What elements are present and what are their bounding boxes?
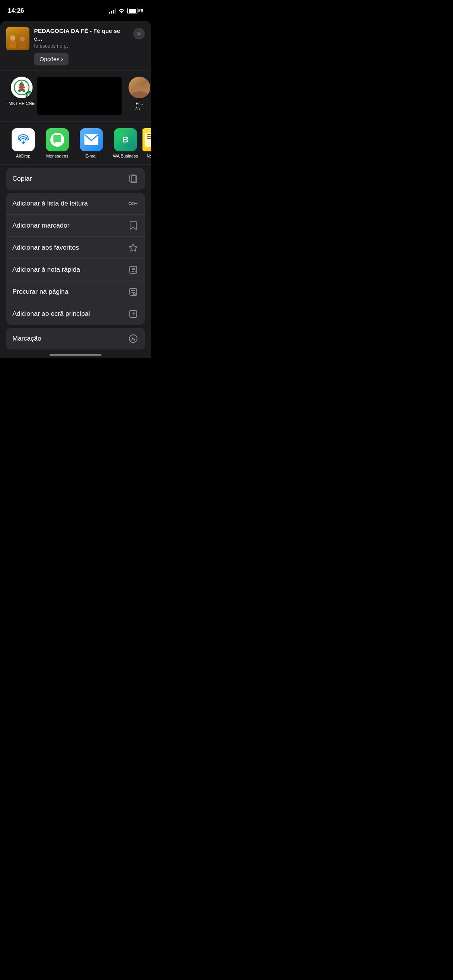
- quick-note-label: Adicionar à nota rápida: [12, 266, 80, 274]
- options-button[interactable]: Opções ›: [34, 53, 69, 65]
- add-bookmark-label: Adicionar marcador: [12, 222, 69, 230]
- reading-list-label: Adicionar à lista de leitura: [12, 200, 88, 207]
- bookmark-icon: [128, 220, 139, 231]
- battery-icon: 76: [127, 8, 143, 14]
- airdrop-app-icon: [12, 128, 35, 151]
- find-icon: [128, 286, 139, 297]
- app-label: AirDrop: [16, 154, 30, 158]
- add-home-screen-label: Adicionar ao ecrã principal: [12, 310, 90, 318]
- quick-note-action[interactable]: Adicionar à nota rápida: [6, 259, 145, 281]
- notes-app-icon: [142, 128, 151, 151]
- markup-label: Marcação: [12, 335, 41, 343]
- share-header: PEDAGOGIA DA FÉ - Fé que se e... fe.escu…: [0, 21, 151, 70]
- list-item[interactable]: Notas: [142, 128, 151, 158]
- copy-action[interactable]: Copiar: [6, 168, 145, 190]
- avatar: B: [11, 77, 33, 98]
- app-label: WA Business: [113, 154, 138, 158]
- status-icons: 76: [109, 8, 143, 14]
- status-time: 14:26: [8, 7, 24, 15]
- app-label: E-mail: [85, 154, 97, 158]
- close-icon: ✕: [137, 31, 141, 37]
- action-group-copy: Copiar: [6, 168, 145, 190]
- share-url: fe.escutismo.pt: [34, 43, 129, 49]
- close-button[interactable]: ✕: [133, 28, 145, 39]
- add-home-icon: [128, 308, 139, 319]
- markup-action[interactable]: Marcação: [6, 328, 145, 350]
- add-bookmark-action[interactable]: Adicionar marcador: [6, 215, 145, 237]
- battery-level: 76: [138, 8, 143, 14]
- action-group-main: Adicionar à lista de leitura Adicionar m…: [6, 193, 145, 325]
- wa-business-badge: B: [26, 91, 33, 98]
- star-icon: [128, 242, 139, 253]
- home-indicator: [0, 351, 151, 358]
- list-item[interactable]: Fr...Jo...: [128, 77, 151, 112]
- messages-app-icon: [46, 128, 69, 151]
- contact-name: MKT RP CNE: [9, 101, 34, 106]
- copy-icon: [128, 173, 139, 184]
- add-favorites-label: Adicionar aos favoritos: [12, 244, 79, 252]
- share-title: PEDAGOGIA DA FÉ - Fé que se e...: [34, 27, 129, 42]
- wa-business-app-icon: B: [114, 128, 137, 151]
- find-on-page-action[interactable]: Procurar na página: [6, 281, 145, 303]
- svg-point-8: [129, 202, 132, 205]
- list-item[interactable]: B WA Business: [108, 128, 142, 158]
- share-title-block: PEDAGOGIA DA FÉ - Fé que se e... fe.escu…: [34, 27, 129, 65]
- list-item[interactable]: E-mail: [74, 128, 108, 158]
- add-favorites-action[interactable]: Adicionar aos favoritos: [6, 237, 145, 259]
- reading-list-icon: [128, 198, 139, 209]
- add-home-screen-action[interactable]: Adicionar ao ecrã principal: [6, 303, 145, 325]
- avatar: [129, 77, 150, 98]
- apps-row: AirDrop Mensagens E-mail: [0, 122, 151, 165]
- reading-list-action[interactable]: Adicionar à lista de leitura: [6, 193, 145, 215]
- video-preview: [37, 77, 122, 115]
- app-label: Notas: [147, 154, 151, 158]
- share-thumbnail: [6, 27, 29, 50]
- svg-marker-11: [129, 244, 137, 251]
- quick-note-icon: [128, 264, 139, 275]
- markup-icon: [128, 333, 139, 344]
- copy-label: Copiar: [12, 175, 32, 183]
- status-bar: 14:26 76: [0, 0, 151, 19]
- list-item[interactable]: AirDrop: [6, 128, 40, 158]
- app-label: Mensagens: [46, 154, 69, 158]
- list-item[interactable]: Mensagens: [40, 128, 74, 158]
- contacts-row: B MKT RP CNE Fr...Jo...: [0, 70, 151, 122]
- share-sheet: PEDAGOGIA DA FÉ - Fé que se e... fe.escu…: [0, 21, 151, 358]
- chevron-right-icon: ›: [61, 56, 63, 62]
- wifi-icon: [118, 8, 125, 14]
- find-on-page-label: Procurar na página: [12, 288, 69, 296]
- svg-point-9: [132, 202, 135, 205]
- list-item[interactable]: B MKT RP CNE: [6, 77, 37, 106]
- action-group-markup: Marcação: [6, 328, 145, 350]
- signal-icon: [109, 9, 116, 14]
- mail-app-icon: [80, 128, 103, 151]
- contact-name: Fr...Jo...: [136, 101, 144, 112]
- home-bar: [50, 354, 101, 356]
- svg-rect-3: [19, 87, 25, 89]
